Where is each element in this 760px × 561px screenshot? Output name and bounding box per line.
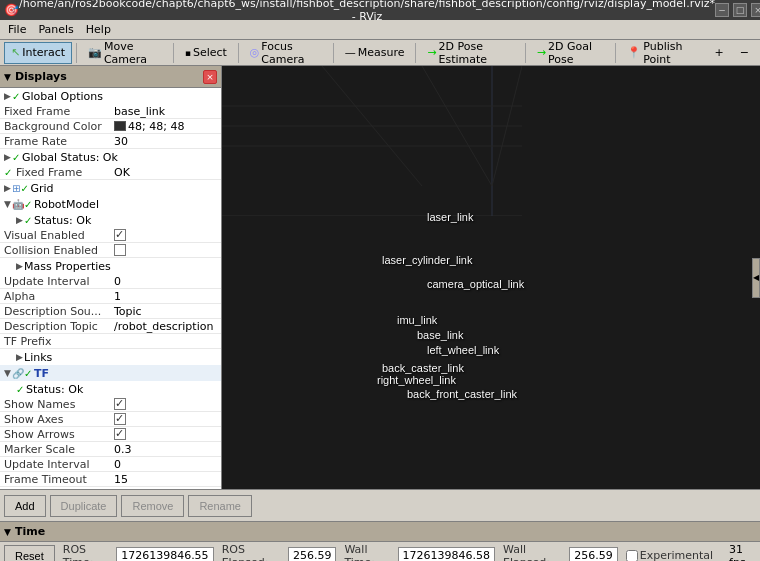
robot-model-item[interactable]: ▼ 🤖 ✓ RobotModel [0, 196, 221, 212]
alpha-label: Alpha [4, 290, 114, 303]
label-left-wheel: left_wheel_link [427, 344, 499, 356]
displays-title: Displays [15, 70, 67, 83]
label-base: base_link [417, 329, 463, 341]
grid-item[interactable]: ▶ ⊞ ✓ Grid [0, 180, 221, 196]
displays-close[interactable]: × [203, 70, 217, 84]
viewport-handle[interactable]: ◀ [752, 258, 760, 298]
update-interval2-value[interactable]: 0 [114, 458, 121, 471]
toolbar-select[interactable]: ▪ Select [178, 42, 234, 64]
toolbar-plus[interactable]: + [708, 42, 731, 64]
ros-time-label: ROS Time: [63, 543, 108, 562]
maximize-button[interactable]: □ [733, 3, 747, 17]
show-axes-label: Show Axes [4, 413, 114, 426]
collision-enabled-checkbox[interactable] [114, 244, 126, 256]
toolbar-minus[interactable]: − [733, 42, 756, 64]
mass-props-item[interactable]: ▶ Mass Properties [0, 258, 221, 274]
tf-status-item[interactable]: ✓ Status: Ok [0, 381, 221, 397]
global-status-arrow[interactable]: ▶ [4, 152, 12, 162]
duplicate-button[interactable]: Duplicate [50, 495, 118, 517]
ros-elapsed-field: 256.59 [288, 547, 337, 562]
experimental-checkbox[interactable] [626, 550, 638, 562]
toolbar-2d-goal[interactable]: → 2D Goal Pose [530, 42, 612, 64]
toolbar: ↖ Interact 📷 Move Camera ▪ Select ◎ Focu… [0, 40, 760, 66]
visual-enabled-label: Visual Enabled [4, 229, 114, 242]
frame-timeout-value[interactable]: 15 [114, 473, 128, 486]
links-item[interactable]: ▶ Links [0, 349, 221, 365]
show-arrows-label: Show Arrows [4, 428, 114, 441]
show-axes-checkbox[interactable] [114, 413, 126, 425]
tf-icon: 🔗 [12, 368, 24, 379]
toolbar-move-camera[interactable]: 📷 Move Camera [81, 42, 169, 64]
bg-color-value[interactable]: 48; 48; 48 [128, 120, 184, 133]
toolbar-interact[interactable]: ↖ Interact [4, 42, 72, 64]
update-interval-value[interactable]: 0 [114, 275, 121, 288]
global-ff-value: OK [114, 166, 130, 179]
tree-area[interactable]: ▶ ✓ Global Options Fixed Frame base_link… [0, 88, 221, 489]
global-status-item[interactable]: ▶ ✓ Global Status: Ok [0, 149, 221, 165]
marker-scale-label: Marker Scale [4, 443, 114, 456]
minimize-button[interactable]: − [715, 3, 729, 17]
global-status-label: Global Status: Ok [22, 151, 118, 164]
titlebar: 🎯 /home/an/ros2bookcode/chapt6/chapt6_ws… [0, 0, 760, 20]
marker-scale-value[interactable]: 0.3 [114, 443, 132, 456]
toolbar-measure[interactable]: — Measure [338, 42, 412, 64]
remove-button[interactable]: Remove [121, 495, 184, 517]
frame-rate-value[interactable]: 30 [114, 135, 128, 148]
viewport[interactable]: laser_link laser_cylinder_link camera_op… [222, 66, 760, 489]
label-laser-cyl: laser_cylinder_link [382, 254, 473, 266]
frame-timeout-label: Frame Timeout [4, 473, 114, 486]
collision-enabled-row: Collision Enabled [0, 243, 221, 258]
tf-label: TF [34, 367, 49, 380]
toolbar-sep-7 [615, 43, 616, 63]
label-imu: imu_link [397, 314, 437, 326]
bg-color-label: Background Color [4, 120, 114, 133]
grid-arrow[interactable]: ▶ [4, 183, 12, 193]
frames-item[interactable]: ▶ Frames [0, 487, 221, 489]
toolbar-focus-camera[interactable]: ◎ Focus Camera [243, 42, 329, 64]
visual-enabled-checkbox[interactable] [114, 229, 126, 241]
grid-icon: ⊞ [12, 183, 20, 194]
menubar: File Panels Help [0, 20, 760, 40]
tf-item[interactable]: ▼ 🔗 ✓ TF [0, 365, 221, 381]
robot-model-arrow[interactable]: ▼ [4, 199, 12, 209]
toolbar-publish-point[interactable]: 📍 Publish Point [620, 42, 703, 64]
interact-icon: ↖ [11, 46, 20, 59]
update-interval-row: Update Interval 0 [0, 274, 221, 289]
desc-source-value[interactable]: Topic [114, 305, 142, 318]
menu-help[interactable]: Help [80, 21, 117, 38]
status-bar: Reset ROS Time: 1726139846.55 ROS Elapse… [0, 541, 760, 561]
wall-time-label: Wall Time: [344, 543, 389, 562]
global-options-item[interactable]: ▶ ✓ Global Options [0, 88, 221, 104]
collision-enabled-label: Collision Enabled [4, 244, 114, 257]
toolbar-sep-4 [333, 43, 334, 63]
displays-expand[interactable]: ▼ [4, 72, 11, 82]
time-expand[interactable]: ▼ [4, 527, 11, 537]
menu-panels[interactable]: Panels [32, 21, 79, 38]
tf-prefix-row: TF Prefix [0, 334, 221, 349]
select-icon: ▪ [185, 48, 191, 58]
menu-file[interactable]: File [2, 21, 32, 38]
links-label: Links [24, 351, 52, 364]
label-back-caster: back_caster_link [382, 362, 464, 374]
close-button[interactable]: × [751, 3, 760, 17]
frames-label: Frames [12, 489, 52, 490]
robot-status-item[interactable]: ▶ ✓ Status: Ok [0, 212, 221, 228]
update-interval2-label: Update Interval [4, 458, 114, 471]
add-button[interactable]: Add [4, 495, 46, 517]
publish-icon: 📍 [627, 46, 641, 59]
show-arrows-row: Show Arrows [0, 427, 221, 442]
fixed-frame-value[interactable]: base_link [114, 105, 165, 118]
wall-time-field: 1726139846.58 [398, 547, 495, 562]
rename-button[interactable]: Rename [188, 495, 252, 517]
show-arrows-checkbox[interactable] [114, 428, 126, 440]
time-label: Time [15, 525, 45, 538]
global-options-arrow[interactable]: ▶ [4, 91, 12, 101]
toolbar-sep-1 [76, 43, 77, 63]
show-names-checkbox[interactable] [114, 398, 126, 410]
desc-topic-value[interactable]: /robot_description [114, 320, 213, 333]
show-axes-row: Show Axes [0, 412, 221, 427]
alpha-value[interactable]: 1 [114, 290, 121, 303]
reset-button[interactable]: Reset [4, 545, 55, 562]
toolbar-2d-pose[interactable]: → 2D Pose Estimate [420, 42, 521, 64]
bg-color-swatch[interactable] [114, 121, 126, 131]
